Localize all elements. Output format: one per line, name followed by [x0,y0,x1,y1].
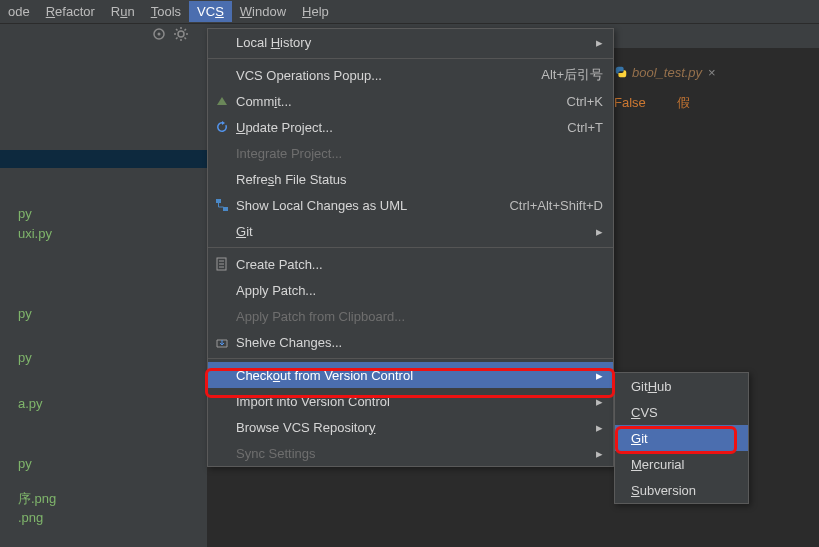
submenu-arrow-icon: ▸ [596,420,603,435]
menu-item-label: Update Project... [236,120,333,135]
menu-item-label: Subversion [631,483,696,498]
checkout-submenu-item[interactable]: Mercurial [615,451,748,477]
python-file-icon [614,65,628,79]
tree-selection-bar [0,150,207,168]
output-cjk: 假 [677,95,690,110]
svg-rect-3 [216,199,221,203]
tree-file[interactable]: 序.png [18,490,56,508]
toolbar-icons [151,26,189,42]
menu-item-label: Shelve Changes... [236,335,342,350]
tree-file[interactable]: py [18,206,32,221]
menu-item-label: Integrate Project... [236,146,342,161]
checkout-submenu-item[interactable]: GitHub [615,373,748,399]
output-false: False [614,95,646,110]
menu-item-label: Browse VCS Repository [236,420,375,435]
vcs-menu-item[interactable]: Git▸ [208,218,613,244]
gear-icon[interactable] [173,26,189,42]
submenu-arrow-icon: ▸ [596,35,603,50]
menu-item-label: Apply Patch from Clipboard... [236,309,405,324]
menubar-item[interactable]: Tools [143,1,189,22]
menu-item-label: Commit... [236,94,292,109]
menu-item-label: Apply Patch... [236,283,316,298]
uml-icon [214,197,230,213]
tree-file[interactable]: a.py [18,396,43,411]
menu-separator [208,358,613,359]
close-icon[interactable]: × [708,65,716,80]
vcs-menu-item[interactable]: Commit...Ctrl+K [208,88,613,114]
menu-item-label: CVS [631,405,658,420]
submenu-arrow-icon: ▸ [596,224,603,239]
update-icon [214,119,230,135]
vcs-menu-item: Sync Settings▸ [208,440,613,466]
menu-item-label: GitHub [631,379,671,394]
menu-shortcut: Alt+后引号 [541,66,603,84]
vcs-menu-item[interactable]: Refresh File Status [208,166,613,192]
checkout-submenu-item[interactable]: CVS [615,399,748,425]
checkout-submenu: GitHubCVSGitMercurialSubversion [614,372,749,504]
commit-icon [214,93,230,109]
vcs-menu-item[interactable]: Local History▸ [208,29,613,55]
menubar-item[interactable]: VCS [189,1,232,22]
checkout-from-version-control[interactable]: Checkout from Version Control▸ [208,362,613,388]
svg-point-1 [158,33,161,36]
tree-file[interactable]: .png [18,510,43,525]
menu-item-label: Checkout from Version Control [236,368,413,383]
vcs-menu-item[interactable]: Show Local Changes as UMLCtrl+Alt+Shift+… [208,192,613,218]
menu-separator [208,58,613,59]
svg-rect-4 [223,207,228,211]
submenu-arrow-icon: ▸ [596,394,603,409]
menu-item-label: Git [631,431,648,446]
menu-item-label: Import into Version Control [236,394,390,409]
menubar: odeRefactorRunToolsVCSWindowHelp [0,0,819,24]
menu-item-label: Git [236,224,253,239]
tree-file[interactable]: py [18,350,32,365]
menu-item-label: Create Patch... [236,257,323,272]
menu-item-label: Sync Settings [236,446,316,461]
vcs-menu-item[interactable]: Shelve Changes... [208,329,613,355]
menu-item-label: Mercurial [631,457,684,472]
vcs-menu-item[interactable]: Update Project...Ctrl+T [208,114,613,140]
tree-file[interactable]: py [18,306,32,321]
menu-shortcut: Ctrl+Alt+Shift+D [509,198,603,213]
menu-separator [208,247,613,248]
tree-file[interactable]: uxi.py [18,226,52,241]
vcs-menu-item[interactable]: Import into Version Control▸ [208,388,613,414]
menubar-item[interactable]: Window [232,1,294,22]
menu-item-label: Show Local Changes as UML [236,198,407,213]
menubar-item[interactable]: ode [0,1,38,22]
menu-item-label: Local History [236,35,311,50]
svg-point-2 [178,31,184,37]
submenu-arrow-icon: ▸ [596,368,603,383]
checkout-git[interactable]: Git [615,425,748,451]
vcs-menu-item[interactable]: Browse VCS Repository▸ [208,414,613,440]
menu-item-label: VCS Operations Popup... [236,68,382,83]
menubar-item[interactable]: Refactor [38,1,103,22]
vcs-menu-item[interactable]: VCS Operations Popup...Alt+后引号 [208,62,613,88]
vcs-menu-item[interactable]: Create Patch... [208,251,613,277]
shelve-icon [214,334,230,350]
menubar-item[interactable]: Run [103,1,143,22]
checkout-submenu-item[interactable]: Subversion [615,477,748,503]
breadcrumb: 〉 [0,48,207,70]
vcs-menu-item: Apply Patch from Clipboard... [208,303,613,329]
editor-tab-label: bool_test.py [632,65,702,80]
menu-shortcut: Ctrl+K [567,94,603,109]
menubar-item[interactable]: Help [294,1,337,22]
menu-shortcut: Ctrl+T [567,120,603,135]
editor-tab[interactable]: bool_test.py × [614,60,716,84]
submenu-arrow-icon: ▸ [596,446,603,461]
tree-file[interactable]: py [18,456,32,471]
vcs-menu-item[interactable]: Apply Patch... [208,277,613,303]
vcs-menu-item: Integrate Project... [208,140,613,166]
console-output: False 假 [614,94,690,112]
vcs-menu: Local History▸VCS Operations Popup...Alt… [207,28,614,467]
target-icon[interactable] [151,26,167,42]
project-tree[interactable]: pyuxi.pypypya.pypy序.png.png [0,70,207,547]
patch-icon [214,256,230,272]
menu-item-label: Refresh File Status [236,172,347,187]
